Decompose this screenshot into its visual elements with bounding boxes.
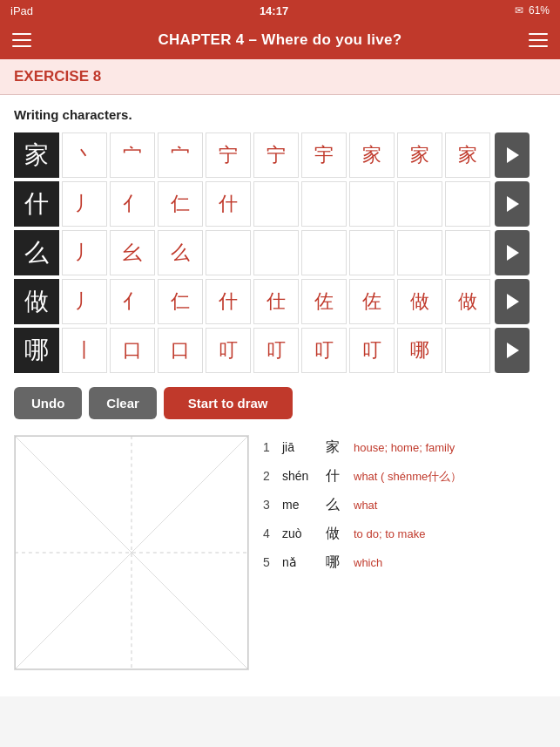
vocab-pinyin: jiā <box>282 440 317 454</box>
stroke-cell: 什 <box>206 279 251 324</box>
stroke-cell: 丿 <box>62 279 107 324</box>
stroke-cell: 丿 <box>62 230 107 275</box>
vocab-num: 1 <box>263 440 273 454</box>
stroke-cell: 么 <box>158 230 203 275</box>
empty-cell <box>445 328 490 373</box>
stroke-cell: 仁 <box>158 181 203 227</box>
stroke-cell: 丿 <box>62 181 107 227</box>
stroke-cell: 家 <box>445 132 490 178</box>
vocab-char: 么 <box>326 496 345 514</box>
empty-cell <box>445 181 490 227</box>
vocab-item-3: 3 me 么 what <box>263 496 546 514</box>
stroke-cell: 仕 <box>253 279 299 324</box>
vocab-char: 家 <box>326 438 345 457</box>
stroke-cell: 宀 <box>158 132 203 178</box>
clear-button[interactable]: Clear <box>89 387 157 419</box>
main-char-4: 做 <box>14 279 59 324</box>
vocab-item-4: 4 zuò 做 to do; to make <box>263 525 546 543</box>
empty-cell <box>349 181 395 227</box>
empty-cell <box>301 230 347 275</box>
status-left: iPad <box>10 4 33 17</box>
char-row-2: 什 丿 亻 仁 什 <box>14 181 546 227</box>
stroke-cell: 叮 <box>349 328 395 373</box>
vocab-meaning: which <box>354 555 382 571</box>
main-char-1: 家 <box>14 132 59 178</box>
stroke-cell: 佐 <box>301 279 347 324</box>
drawing-canvas[interactable] <box>14 435 249 670</box>
status-right: ✉ 61% <box>515 4 550 17</box>
vocab-num: 2 <box>263 469 273 483</box>
stroke-cell: 做 <box>397 279 442 324</box>
empty-cell <box>253 230 299 275</box>
menu-left-icon[interactable] <box>12 33 31 47</box>
vocab-item-2: 2 shén 什 what ( shénme什么） <box>263 467 546 486</box>
vocab-meaning: house; home; family <box>354 440 455 456</box>
stroke-cell: 叮 <box>301 328 347 373</box>
empty-cell <box>349 230 395 275</box>
vocab-pinyin: me <box>282 498 317 512</box>
play-button-2[interactable] <box>495 181 530 227</box>
stroke-cell: 叮 <box>253 328 299 373</box>
play-button-4[interactable] <box>495 279 530 324</box>
char-rows: 家 丶 宀 宀 宁 宁 宇 家 家 家 什 丿 亻 仁 什 <box>14 132 546 373</box>
stroke-cell: 丨 <box>62 328 107 373</box>
vocab-pinyin: nǎ <box>282 555 317 569</box>
header-title: CHAPTER 4 – Where do you live? <box>158 31 401 49</box>
bottom-section: 1 jiā 家 house; home; family 2 shén 什 wha… <box>14 435 546 684</box>
stroke-cell: 做 <box>445 279 490 324</box>
empty-cell <box>253 181 299 227</box>
main-char-2: 什 <box>14 181 59 227</box>
empty-cell <box>397 181 442 227</box>
play-button-3[interactable] <box>495 230 530 275</box>
vocab-item-1: 1 jiā 家 house; home; family <box>263 438 546 457</box>
vocab-num: 3 <box>263 498 273 512</box>
stroke-cell: 宁 <box>206 132 251 178</box>
char-row-5: 哪 丨 口 口 叮 叮 叮 叮 哪 <box>14 328 546 373</box>
undo-button[interactable]: Undo <box>14 387 82 419</box>
stroke-cell: 哪 <box>397 328 442 373</box>
exercise-label: EXERCISE 8 <box>0 59 560 95</box>
main-content: Writing characters. 家 丶 宀 宀 宁 宁 宇 家 家 家 … <box>0 95 560 696</box>
stroke-cell: 家 <box>397 132 442 178</box>
char-row-3: 么 丿 幺 么 <box>14 230 546 275</box>
stroke-cell: 丶 <box>62 132 107 178</box>
empty-cell <box>206 230 251 275</box>
vocab-num: 5 <box>263 555 273 569</box>
play-button-5[interactable] <box>495 328 530 373</box>
subtitle: Writing characters. <box>14 107 546 122</box>
char-row-4: 做 丿 亻 仁 什 仕 佐 佐 做 做 <box>14 279 546 324</box>
play-button-1[interactable] <box>495 132 530 178</box>
vocab-item-5: 5 nǎ 哪 which <box>263 553 546 572</box>
empty-cell <box>397 230 442 275</box>
stroke-cell: 叮 <box>206 328 251 373</box>
vocab-char: 做 <box>326 525 345 543</box>
main-char-5: 哪 <box>14 328 59 373</box>
stroke-cell: 仁 <box>158 279 203 324</box>
vocab-pinyin: zuò <box>282 526 317 540</box>
main-char-3: 么 <box>14 230 59 275</box>
status-time: 14:17 <box>260 4 288 17</box>
wifi-icon: ✉ <box>515 4 523 17</box>
vocab-meaning: what ( shénme什么） <box>354 469 462 485</box>
vocab-char: 什 <box>326 467 345 486</box>
status-bar: iPad 14:17 ✉ 61% <box>0 0 560 21</box>
stroke-cell: 口 <box>110 328 155 373</box>
menu-right-icon[interactable] <box>529 33 548 47</box>
stroke-cell: 佐 <box>349 279 395 324</box>
vocab-meaning: what <box>354 498 377 513</box>
button-row: Undo Clear Start to draw <box>14 387 546 419</box>
vocab-char: 哪 <box>326 553 345 572</box>
char-row-1: 家 丶 宀 宀 宁 宁 宇 家 家 家 <box>14 132 546 178</box>
vocab-pinyin: shén <box>282 469 317 483</box>
stroke-cell: 宀 <box>110 132 155 178</box>
stroke-cell: 宁 <box>253 132 299 178</box>
stroke-cell: 宇 <box>301 132 347 178</box>
battery-text: 61% <box>529 4 550 17</box>
vocab-meaning: to do; to make <box>354 526 425 542</box>
stroke-cell: 亻 <box>110 279 155 324</box>
start-draw-button[interactable]: Start to draw <box>164 387 293 419</box>
stroke-cell: 口 <box>158 328 203 373</box>
empty-cell <box>301 181 347 227</box>
stroke-cell: 幺 <box>110 230 155 275</box>
header: CHAPTER 4 – Where do you live? <box>0 21 560 59</box>
